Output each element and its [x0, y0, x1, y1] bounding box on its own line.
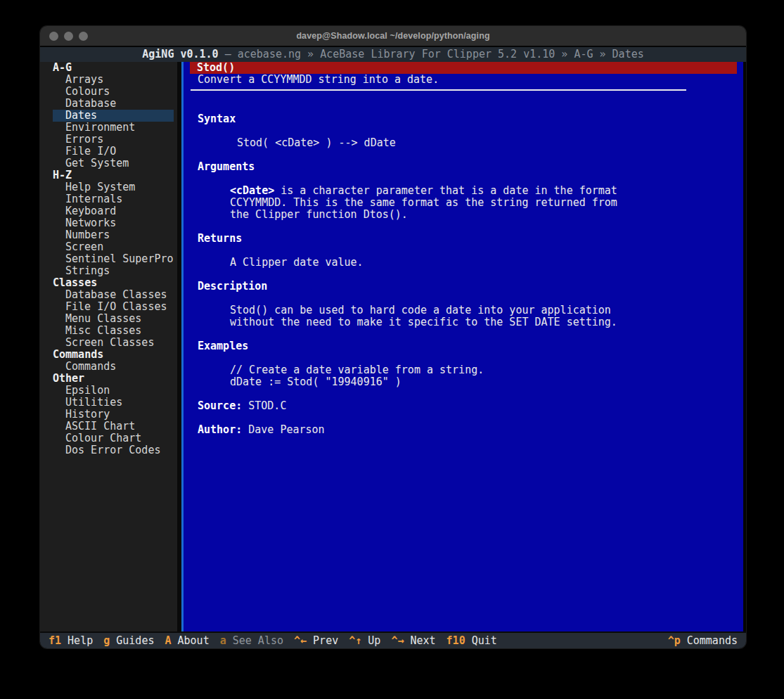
minimize-button[interactable]	[64, 32, 73, 41]
sidebar-item-colours[interactable]: Colours	[40, 86, 177, 98]
terminal-window: davep@Shadow.local ~/develop/python/agin…	[40, 26, 746, 648]
entry-title-bar: Stod()	[190, 62, 737, 74]
footer-label-prev: Prev	[307, 634, 338, 647]
footer-label-quit: Quit	[465, 634, 497, 647]
sidebar-item-dos-error-codes[interactable]: Dos Error Codes	[40, 444, 177, 456]
footer-label-up: Up	[361, 634, 380, 647]
footer-prev[interactable]: ^← Prev	[294, 634, 338, 647]
content-line: Stod( <cDate> ) --> dDate	[184, 137, 743, 149]
section-heading-arguments: Arguments	[184, 161, 743, 173]
footer-quit[interactable]: f10 Quit	[446, 634, 497, 647]
footer-help[interactable]: f1 Help	[49, 634, 93, 647]
blank-line	[184, 101, 743, 113]
blank-line	[184, 388, 743, 400]
footer-commands-label	[681, 634, 687, 647]
footer-next[interactable]: ^→ Next	[391, 634, 435, 647]
footer-up[interactable]: ^↑ Up	[349, 634, 380, 647]
entry-subtitle: Convert a CCYYMMDD string into a date.	[184, 74, 743, 86]
footer-key-list: f1 Helpg GuidesA Abouta See Also^← Prev^…	[49, 634, 497, 647]
footer-commands[interactable]: ^p Commands	[668, 634, 738, 647]
sidebar-item-internals[interactable]: Internals	[40, 193, 177, 205]
sidebar-item-colour-chart[interactable]: Colour Chart	[40, 432, 177, 444]
content-lines: SyntaxStod( <cDate> ) --> dDateArguments…	[184, 101, 743, 436]
sidebar-section-classes: Classes	[40, 277, 177, 289]
footer-key-prev: ^←	[294, 634, 307, 647]
content-line: Source: STOD.C	[184, 400, 743, 412]
traffic-lights	[49, 26, 88, 46]
sidebar-item-database[interactable]: Database	[40, 98, 177, 110]
sidebar-section-commands: Commands	[40, 349, 177, 361]
sidebar-item-file-i-o-classes[interactable]: File I/O Classes	[40, 301, 177, 313]
title-separator: —	[219, 47, 238, 62]
footer-key-help: f1	[49, 634, 61, 647]
footer-key-next: ^→	[391, 634, 404, 647]
content-line: the Clipper function Dtos().	[184, 209, 743, 221]
sidebar-item-misc-classes[interactable]: Misc Classes	[40, 325, 177, 337]
blank-line	[184, 245, 743, 257]
app-header-bar: AgiNG v0.1.0 — acebase.ng » AceBase Libr…	[40, 46, 746, 62]
sidebar-item-strings[interactable]: Strings	[40, 265, 177, 277]
bold-term: <cDate>	[230, 184, 274, 197]
sidebar-item-epsilon[interactable]: Epsilon	[40, 385, 177, 397]
sidebar-item-utilities[interactable]: Utilities	[40, 397, 177, 409]
blank-line	[184, 352, 743, 364]
content-line: Stod() can be used to hard code a date i…	[184, 304, 743, 316]
sidebar-item-environment[interactable]: Environment	[40, 122, 177, 134]
sidebar-item-screen[interactable]: Screen	[40, 241, 177, 253]
sidebar-item-screen-classes[interactable]: Screen Classes	[40, 337, 177, 349]
footer-label-next: Next	[404, 634, 435, 647]
footer-key-about: A	[165, 634, 171, 647]
sidebar-item-get-system[interactable]: Get System	[40, 158, 177, 169]
content-line: Author: Dave Pearson	[184, 424, 743, 436]
blank-line	[184, 293, 743, 304]
app-title: AgiNG v0.1.0	[142, 47, 218, 62]
footer-guides[interactable]: g Guides	[103, 634, 154, 647]
content-line: <cDate> is a character parameter that is…	[184, 185, 743, 197]
bold-term: Author:	[198, 423, 242, 436]
sidebar-item-numbers[interactable]: Numbers	[40, 229, 177, 241]
content-line: dDate := Stod( "19940916" )	[184, 376, 743, 388]
sidebar-item-file-i-o[interactable]: File I/O	[40, 146, 177, 158]
sidebar-item-errors[interactable]: Errors	[40, 134, 177, 146]
section-heading-examples: Examples	[184, 340, 743, 352]
sidebar-item-ascii-chart[interactable]: ASCII Chart	[40, 421, 177, 432]
footer-label-help: Help	[61, 634, 93, 647]
footer-label-about: About	[172, 634, 210, 647]
blank-line	[184, 269, 743, 281]
sidebar-item-sentinel-superpro[interactable]: Sentinel SuperPro	[40, 253, 177, 265]
footer-about[interactable]: A About	[165, 634, 209, 647]
sidebar-item-arrays[interactable]: Arrays	[40, 74, 177, 86]
close-button[interactable]	[49, 32, 58, 41]
blank-line	[184, 125, 743, 137]
blank-line	[184, 221, 743, 233]
window-title: davep@Shadow.local ~/develop/python/agin…	[296, 31, 489, 41]
section-heading-returns: Returns	[184, 233, 743, 245]
blank-line	[184, 173, 743, 185]
footer-label-see-also: See Also	[226, 634, 283, 647]
blank-line	[184, 412, 743, 424]
footer-key-guides: g	[103, 634, 110, 647]
blank-line	[184, 328, 743, 340]
content-line: A Clipper date value.	[184, 257, 743, 269]
titlebar: davep@Shadow.local ~/develop/python/agin…	[40, 26, 746, 46]
content-line: // Create a date variable from a string.	[184, 364, 743, 376]
content-divider	[184, 89, 743, 101]
sidebar-item-keyboard[interactable]: Keyboard	[40, 205, 177, 217]
sidebar-item-history[interactable]: History	[40, 409, 177, 421]
sidebar-item-dates[interactable]: Dates	[53, 110, 174, 122]
sidebar-section-h-z: H-Z	[40, 169, 177, 181]
sidebar-item-database-classes[interactable]: Database Classes	[40, 289, 177, 301]
entry-content-pane[interactable]: Stod() Convert a CCYYMMDD string into a …	[184, 62, 743, 631]
content-line: without the need to make it specific to …	[184, 316, 743, 328]
zoom-button[interactable]	[79, 32, 88, 41]
footer-label-guides: Guides	[110, 634, 154, 647]
window-right-edge	[743, 62, 746, 631]
sidebar[interactable]: A-GArraysColoursDatabaseDatesEnvironment…	[40, 62, 177, 631]
bold-term: Source:	[198, 399, 242, 412]
sidebar-item-menu-classes[interactable]: Menu Classes	[40, 313, 177, 325]
footer-key-up: ^↑	[349, 634, 361, 647]
footer-key-quit: f10	[446, 634, 465, 647]
sidebar-item-help-system[interactable]: Help System	[40, 181, 177, 193]
sidebar-item-commands[interactable]: Commands	[40, 361, 177, 373]
sidebar-item-networks[interactable]: Networks	[40, 217, 177, 229]
